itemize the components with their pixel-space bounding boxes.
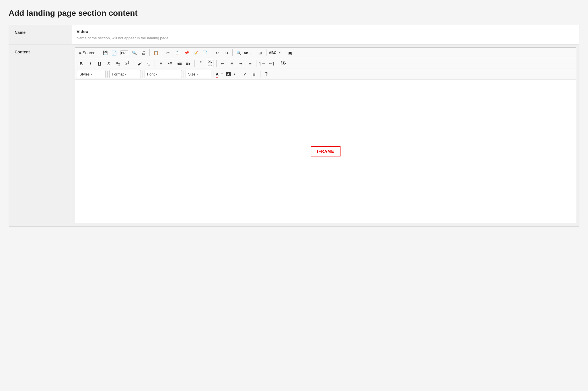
bidi-rtl-button[interactable]: ←¶ xyxy=(267,59,276,67)
size-label: Size xyxy=(188,72,195,76)
help-button[interactable]: ? xyxy=(262,70,271,78)
maximize-button[interactable]: ⤢ xyxy=(241,70,249,78)
undo-button[interactable]: ↩ xyxy=(213,49,221,57)
form-icon: ▣ xyxy=(288,51,292,55)
strikethrough-label: S xyxy=(107,61,110,66)
print-icon: 🖨 xyxy=(141,51,145,55)
subscript-button[interactable]: X2 xyxy=(114,59,122,67)
help-icon: ? xyxy=(265,71,268,77)
bg-color-button[interactable]: A xyxy=(225,70,231,78)
superscript-button[interactable]: X2 xyxy=(123,59,131,67)
redo-button[interactable]: ↪ xyxy=(222,49,231,57)
select-all-button[interactable]: ⊞ xyxy=(256,49,264,57)
show-blocks-icon: ⊞ xyxy=(252,72,256,76)
show-blocks-button[interactable]: ⊞ xyxy=(250,70,258,78)
styles-dropdown[interactable]: Styles ▾ xyxy=(77,70,106,78)
separator-r3-6 xyxy=(260,71,260,78)
cut-button[interactable]: ✂ xyxy=(164,49,172,57)
div-icon: DIV</> xyxy=(207,60,213,67)
save-button[interactable]: 💾 xyxy=(101,49,109,57)
indent-icon: ≡▸ xyxy=(186,61,191,66)
cut-icon: ✂ xyxy=(166,51,170,55)
templates-icon: 📋 xyxy=(153,51,158,55)
unordered-list-button[interactable]: •≡ xyxy=(166,59,174,67)
spell-check-dropdown-button[interactable]: ▾ xyxy=(277,49,282,57)
spell-check-button[interactable]: ABC xyxy=(268,49,277,57)
paste-text-button[interactable]: 📝 xyxy=(191,49,200,57)
size-dropdown[interactable]: Size ▾ xyxy=(186,70,211,78)
text-color-underline xyxy=(216,77,218,78)
templates-button[interactable]: 📋 xyxy=(151,49,160,57)
align-left-icon: ⇤ xyxy=(221,61,224,66)
redo-icon: ↪ xyxy=(225,50,228,56)
italic-button[interactable]: I xyxy=(86,59,95,67)
format-label: Format xyxy=(112,72,124,76)
div-button[interactable]: DIV</> xyxy=(206,59,215,67)
source-button[interactable]: ◈ Source xyxy=(77,49,97,57)
align-center-icon: ≡ xyxy=(231,61,233,66)
separator-5 xyxy=(232,49,233,56)
form-button[interactable]: ▣ xyxy=(286,49,294,57)
align-left-button[interactable]: ⇤ xyxy=(218,59,227,67)
separator-3 xyxy=(162,49,162,56)
language-button[interactable]: 話 ▾ xyxy=(280,59,287,67)
font-dropdown[interactable]: Font ▾ xyxy=(145,70,182,78)
copy-button[interactable]: 📋 xyxy=(173,49,182,57)
separator-r2-5 xyxy=(256,60,256,67)
separator-r3-4 xyxy=(213,71,213,78)
text-color-label: A xyxy=(216,72,219,76)
align-justify-button[interactable]: ≣ xyxy=(246,59,254,67)
underline-button[interactable]: U xyxy=(95,59,104,67)
outdent-button[interactable]: ◂≡ xyxy=(175,59,184,67)
align-center-button[interactable]: ≡ xyxy=(227,59,236,67)
separator-r3-1 xyxy=(107,71,108,78)
format-dropdown[interactable]: Format ▾ xyxy=(109,70,141,78)
ordered-list-button[interactable]: ≡ xyxy=(157,59,165,67)
separator-r2-4 xyxy=(216,60,217,67)
spell-check-dropdown-arrow: ▾ xyxy=(279,51,281,54)
paste-button[interactable]: 📌 xyxy=(182,49,191,57)
separator-4 xyxy=(211,49,211,56)
separator-r2-3 xyxy=(194,60,195,67)
new-doc-button[interactable]: 📄 xyxy=(110,49,118,57)
source-icon: ◈ xyxy=(79,51,81,55)
paste-text-icon: 📝 xyxy=(193,51,198,55)
preview-button[interactable]: 🔍 xyxy=(130,49,139,57)
paste-word-button[interactable]: 📄 xyxy=(200,49,209,57)
text-color-button[interactable]: A xyxy=(215,70,219,78)
align-right-button[interactable]: ⇥ xyxy=(237,59,245,67)
text-color-dropdown-arrow: ▾ xyxy=(221,73,223,76)
remove-format-button[interactable]: 🖌 xyxy=(135,59,144,67)
undo-icon: ↩ xyxy=(215,50,219,56)
editor-content-area[interactable]: IFRAME xyxy=(75,80,576,223)
save-icon: 💾 xyxy=(103,51,108,55)
ordered-list-icon: ≡ xyxy=(160,61,162,66)
toolbar-row-3: Styles ▾ Format ▾ Font ▾ xyxy=(75,69,576,80)
copy-format-icon: Ix xyxy=(147,61,150,66)
bold-button[interactable]: B xyxy=(77,59,85,67)
blockquote-button[interactable]: " xyxy=(196,59,205,67)
source-label: Source xyxy=(83,51,95,55)
separator-2 xyxy=(149,49,150,56)
bidi-ltr-button[interactable]: ¶→ xyxy=(258,59,267,67)
bg-color-dropdown-button[interactable]: ▾ xyxy=(232,70,237,78)
language-icon: 話 xyxy=(281,61,285,66)
strikethrough-button[interactable]: S xyxy=(104,59,113,67)
format-dropdown-arrow: ▾ xyxy=(125,73,126,76)
print-button[interactable]: 🖨 xyxy=(139,49,148,57)
indent-button[interactable]: ≡▸ xyxy=(184,59,193,67)
separator-6 xyxy=(254,49,254,56)
paste-word-icon: 📄 xyxy=(203,51,207,55)
pdf-button[interactable]: PDF xyxy=(119,49,129,57)
align-justify-icon: ≣ xyxy=(248,61,252,66)
separator-7 xyxy=(266,49,266,56)
separator-r3-2 xyxy=(143,71,143,78)
bold-label: B xyxy=(80,61,83,66)
copy-format-button[interactable]: Ix xyxy=(144,59,153,67)
page-title: Add landing page section content xyxy=(9,9,579,18)
find-button[interactable]: 🔍 xyxy=(234,49,243,57)
text-color-dropdown-button[interactable]: ▾ xyxy=(220,70,224,78)
replace-button[interactable]: ab→ xyxy=(244,49,252,57)
blockquote-icon: " xyxy=(200,61,202,66)
size-dropdown-arrow: ▾ xyxy=(196,73,198,76)
